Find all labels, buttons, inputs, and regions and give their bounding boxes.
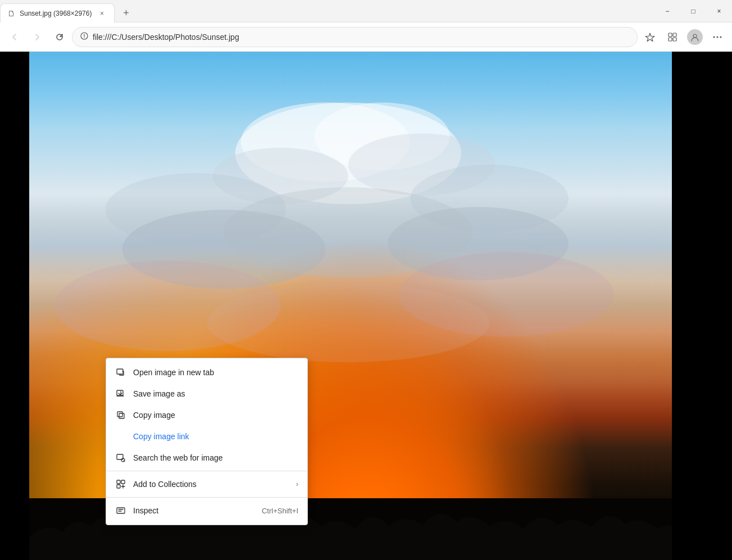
tab-bar: 🗋 Sunset.jpg (3968×2976) × + <box>0 0 654 22</box>
new-tab-button[interactable]: + <box>117 4 135 22</box>
add-collections-icon <box>115 479 126 490</box>
refresh-icon <box>55 33 64 42</box>
svg-point-12 <box>212 148 348 204</box>
svg-rect-31 <box>117 485 120 488</box>
back-icon <box>10 33 19 42</box>
context-menu: Open image in new tab Save image as Copy… <box>106 358 308 525</box>
svg-point-10 <box>241 103 411 182</box>
title-bar: 🗋 Sunset.jpg (3968×2976) × + − □ × <box>0 0 732 22</box>
menu-item-label-inspect: Inspect <box>133 506 255 515</box>
address-text: file:///C:/Users/Desktop/Photos/Sunset.j… <box>93 33 629 42</box>
inspect-shortcut: Ctrl+Shift+I <box>262 507 298 515</box>
svg-point-13 <box>348 134 495 196</box>
svg-point-21 <box>207 283 489 362</box>
nav-bar: file:///C:/Users/Desktop/Photos/Sunset.j… <box>0 22 732 52</box>
menu-item-label-open-new-tab: Open image in new tab <box>133 368 298 377</box>
nav-actions <box>640 27 728 47</box>
address-security-icon <box>80 32 88 42</box>
tab-title: Sunset.jpg (3968×2976) <box>20 10 92 17</box>
svg-point-6 <box>713 36 715 38</box>
svg-point-17 <box>388 207 569 281</box>
menu-item-label-add-collections: Add to Collections <box>133 480 289 489</box>
menu-divider-1 <box>106 471 307 471</box>
svg-rect-3 <box>669 38 672 41</box>
menu-item-copy-image-link[interactable]: Copy image link <box>106 426 307 447</box>
svg-point-11 <box>314 103 449 171</box>
inspect-icon <box>115 505 126 516</box>
collections-button[interactable] <box>662 27 683 47</box>
left-sidebar <box>0 52 29 560</box>
maximize-button[interactable]: □ <box>680 0 706 22</box>
svg-rect-4 <box>673 38 676 41</box>
svg-rect-23 <box>117 369 123 374</box>
forward-button[interactable] <box>27 27 47 47</box>
menu-item-open-new-tab[interactable]: Open image in new tab <box>106 362 307 383</box>
profile-button[interactable] <box>685 27 705 47</box>
svg-rect-26 <box>119 413 124 418</box>
browser-content: Open image in new tab Save image as Copy… <box>0 52 732 560</box>
menu-item-label-search-web: Search the web for image <box>133 453 298 462</box>
menu-item-inspect[interactable]: Inspect Ctrl+Shift+I <box>106 500 307 521</box>
forward-icon <box>33 33 42 42</box>
close-button[interactable]: × <box>706 0 732 22</box>
menu-divider-2 <box>106 497 307 498</box>
svg-rect-32 <box>117 508 125 513</box>
tab-page-icon: 🗋 <box>7 9 15 18</box>
svg-rect-25 <box>117 412 122 417</box>
collections-icon <box>667 32 678 42</box>
browser-window: 🗋 Sunset.jpg (3968×2976) × + − □ × file:… <box>0 0 732 560</box>
address-bar[interactable]: file:///C:/Users/Desktop/Photos/Sunset.j… <box>72 27 638 47</box>
svg-point-15 <box>410 165 569 233</box>
svg-rect-2 <box>673 33 676 37</box>
more-button[interactable] <box>707 27 728 47</box>
star-icon <box>645 32 655 42</box>
menu-item-copy-image[interactable]: Copy image <box>106 404 307 426</box>
active-tab[interactable]: 🗋 Sunset.jpg (3968×2976) × <box>0 3 115 22</box>
minimize-button[interactable]: − <box>654 0 680 22</box>
refresh-button[interactable] <box>49 27 70 47</box>
copy-image-icon <box>115 409 126 421</box>
search-web-icon <box>115 452 126 463</box>
more-icon <box>712 32 722 42</box>
svg-point-18 <box>224 187 472 277</box>
svg-rect-1 <box>669 33 672 37</box>
menu-item-label-save-image: Save image as <box>133 389 298 398</box>
menu-item-save-image[interactable]: Save image as <box>106 383 307 404</box>
tab-close-button[interactable]: × <box>96 8 107 19</box>
window-controls: − □ × <box>654 0 732 22</box>
back-button[interactable] <box>4 27 25 47</box>
save-image-icon <box>115 388 126 399</box>
svg-point-5 <box>693 34 697 38</box>
right-sidebar <box>672 52 732 560</box>
svg-point-14 <box>105 173 286 247</box>
svg-point-19 <box>54 261 280 351</box>
avatar <box>687 29 703 45</box>
svg-rect-30 <box>121 480 125 484</box>
favorites-button[interactable] <box>640 27 660 47</box>
open-new-tab-icon <box>115 367 126 378</box>
menu-item-label-copy-image-link: Copy image link <box>133 432 298 441</box>
svg-point-9 <box>235 103 461 204</box>
menu-item-label-copy-image: Copy image <box>133 411 298 420</box>
menu-item-add-collections[interactable]: Add to Collections › <box>106 474 307 495</box>
svg-point-8 <box>720 36 722 38</box>
submenu-arrow-icon: › <box>296 480 298 488</box>
svg-rect-29 <box>117 480 120 484</box>
menu-item-search-web[interactable]: Search the web for image <box>106 447 307 468</box>
svg-point-20 <box>399 252 613 337</box>
svg-point-7 <box>717 36 719 38</box>
svg-point-16 <box>122 210 326 289</box>
